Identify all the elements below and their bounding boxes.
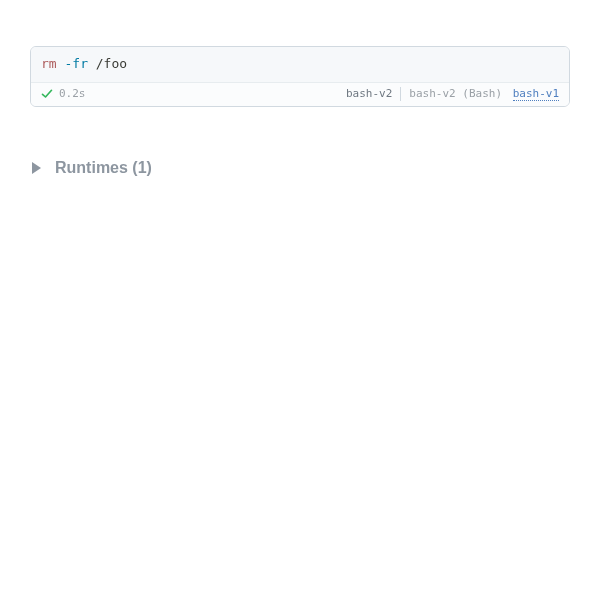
- code-block: rm -fr /foo 0.2s bash-v2 bash-v2 (Bash) …: [30, 46, 570, 107]
- runtime-link[interactable]: bash-v1: [513, 87, 559, 101]
- code-flag-token: -fr: [64, 56, 87, 71]
- runtimes-toggle[interactable]: Runtimes (1): [30, 159, 570, 177]
- code-argument-token: /foo: [96, 56, 127, 71]
- elapsed-time: 0.2s: [59, 87, 86, 100]
- runtime-name: bash-v2: [338, 87, 400, 100]
- runtime-detail-text: bash-v2 (Bash): [409, 87, 502, 100]
- code-command-token: rm: [41, 56, 57, 71]
- disclosure-triangle-icon: [32, 162, 41, 174]
- status-bar: 0.2s bash-v2 bash-v2 (Bash) bash-v1: [31, 83, 569, 106]
- success-check-icon: [41, 88, 53, 100]
- code-line: rm -fr /foo: [31, 47, 569, 83]
- runtime-detail: bash-v2 (Bash) bash-v1: [401, 87, 559, 100]
- runtimes-label: Runtimes (1): [55, 159, 152, 177]
